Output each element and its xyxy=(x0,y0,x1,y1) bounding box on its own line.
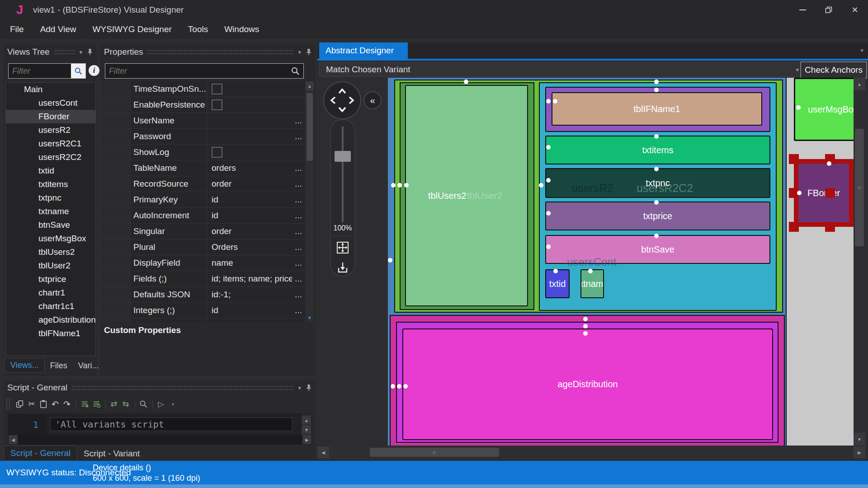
chevron-down-icon[interactable]: ▾ xyxy=(298,49,301,56)
redo-icon[interactable]: ↷ xyxy=(61,399,72,409)
selection-handle[interactable] xyxy=(789,222,799,232)
copy-icon[interactable] xyxy=(14,399,25,409)
view-txtid[interactable]: txtid xyxy=(545,269,570,298)
view-userMsgBox[interactable]: userMsgBox xyxy=(794,78,854,141)
drag-grip[interactable] xyxy=(54,50,75,54)
toolbar-overflow-icon[interactable]: ▾ xyxy=(172,402,174,407)
menu-wysiwyg-designer[interactable]: WYSIWYG Designer xyxy=(85,20,180,39)
tab-list-dropdown-icon[interactable]: ▾ xyxy=(860,47,863,54)
ellipsis-button[interactable]: ... xyxy=(292,303,305,318)
editor-vscrollbar[interactable]: ▲ ▼ xyxy=(302,414,311,435)
property-row[interactable]: Password... xyxy=(100,129,305,145)
scroll-up-icon[interactable]: ▲ xyxy=(306,81,314,90)
property-row[interactable]: AutoIncrementid... xyxy=(100,208,305,224)
tree-item-usersR2[interactable]: usersR2 xyxy=(6,123,95,137)
info-icon[interactable]: i xyxy=(89,65,99,76)
scroll-left-icon[interactable]: ◀ xyxy=(9,435,18,444)
scrollbar-thumb[interactable]: ≡ xyxy=(855,129,864,246)
swap-left-icon[interactable]: ⇄ xyxy=(108,399,119,409)
menu-tools[interactable]: Tools xyxy=(180,20,216,39)
code-line[interactable]: 'All variants script xyxy=(50,418,292,431)
property-row[interactable]: PluralOrders... xyxy=(100,239,305,255)
tree-item-txtpnc[interactable]: txtpnc xyxy=(6,191,95,205)
tree-item-FBorder[interactable]: FBorder xyxy=(6,110,95,123)
ellipsis-button[interactable]: ... xyxy=(292,319,305,322)
menu-file[interactable]: File xyxy=(2,20,32,39)
view-usersR2C2[interactable]: tblIFName1 txtitems txtpnc usersR2 users… xyxy=(539,82,777,311)
selection-handle[interactable] xyxy=(825,222,835,232)
view-ageDistribution[interactable]: ageDistribution xyxy=(402,328,773,440)
uncomment-icon[interactable] xyxy=(91,399,102,409)
export-view-button[interactable] xyxy=(335,259,351,276)
tree-item-chartr1[interactable]: chartr1 xyxy=(6,286,95,300)
minimize-button[interactable] xyxy=(789,0,816,20)
fit-view-button[interactable] xyxy=(335,239,351,256)
views-filter-input[interactable] xyxy=(9,66,71,76)
view-txtprice[interactable]: txtprice xyxy=(545,202,770,230)
property-row[interactable]: EnablePersistence xyxy=(100,97,305,113)
designer-canvas[interactable]: tblUser2 tblUsers2 tblIFName1 txtitems t… xyxy=(388,78,854,446)
drag-grip[interactable] xyxy=(148,50,294,54)
collapse-panel-icon[interactable]: « xyxy=(363,91,382,109)
check-anchors-button[interactable]: Check Anchors xyxy=(800,61,867,79)
view-tblIFName1[interactable]: tblIFName1 xyxy=(552,92,762,126)
tree-item-txtitems[interactable]: txtitems xyxy=(6,178,95,191)
zoom-slider-thumb[interactable] xyxy=(335,151,351,162)
search-icon[interactable] xyxy=(291,66,300,75)
tree-item-chartr1c1[interactable]: chartr1c1 xyxy=(6,300,95,313)
scrollbar-thumb[interactable]: ≡ xyxy=(370,448,499,457)
property-row[interactable]: PrimaryKeyid... xyxy=(100,192,305,208)
scroll-right-icon[interactable]: ▶ xyxy=(302,435,311,444)
scroll-up-icon[interactable]: ▲ xyxy=(302,416,311,424)
pin-icon[interactable] xyxy=(306,48,312,56)
tree-item-ageDistribution[interactable]: ageDistribution xyxy=(6,313,95,327)
scroll-down-icon[interactable]: ▼ xyxy=(302,426,311,434)
cut-icon[interactable]: ✂ xyxy=(26,399,37,409)
tab-views[interactable]: Views... xyxy=(5,358,45,373)
tree-item-usersR2C1[interactable]: usersR2C1 xyxy=(6,137,95,150)
tree-item-Main[interactable]: Main xyxy=(6,83,95,96)
tab-files[interactable]: Files xyxy=(45,359,73,373)
view-txtpnc[interactable]: txtpnc usersR2 usersR2C2 xyxy=(545,168,770,198)
scroll-down-icon[interactable]: ▼ xyxy=(854,433,865,446)
canvas-hscrollbar[interactable]: ◀ ≡ ▶ xyxy=(317,446,865,458)
tree-item-usersCont[interactable]: usersCont xyxy=(6,96,95,110)
chevron-down-icon[interactable]: ▾ xyxy=(79,49,82,56)
ellipsis-button[interactable]: ... xyxy=(292,255,305,271)
properties-filter-input[interactable] xyxy=(105,66,291,76)
toolbar-grip[interactable] xyxy=(6,399,10,409)
tab-script-variant[interactable]: Script - Variant xyxy=(77,446,146,461)
checkbox[interactable] xyxy=(212,84,222,94)
ellipsis-button[interactable]: ... xyxy=(292,176,305,192)
ellipsis-button[interactable]: ... xyxy=(292,224,305,239)
view-tblIFName1-container[interactable]: tblIFName1 xyxy=(545,87,770,132)
scrollbar-thumb[interactable] xyxy=(307,93,313,161)
view-tblUsers2[interactable]: tblUser2 tblUsers2 xyxy=(405,85,528,306)
tab-variables[interactable]: Vari... xyxy=(73,359,104,373)
editor-hscrollbar[interactable]: ◀ ▶ xyxy=(9,435,311,444)
property-row[interactable]: TableNameorders... xyxy=(100,160,305,176)
close-button[interactable]: ✕ xyxy=(842,0,868,20)
tree-item-usersR2C2[interactable]: usersR2C2 xyxy=(6,150,95,164)
tree-item-tblUser2[interactable]: tblUser2 xyxy=(6,259,95,272)
property-row[interactable]: Defaults JSONid:-1;... xyxy=(100,287,305,303)
view-txtitems[interactable]: txtitems xyxy=(545,136,770,164)
checkbox[interactable] xyxy=(212,147,222,158)
property-row[interactable]: TimeStampOnSn... xyxy=(100,81,305,97)
tree-item-btnSave[interactable]: btnSave xyxy=(6,218,95,232)
restore-button[interactable] xyxy=(816,0,842,20)
menu-add-view[interactable]: Add View xyxy=(32,20,85,39)
tab-script-general[interactable]: Script - General xyxy=(4,446,77,461)
ellipsis-button[interactable]: ... xyxy=(292,239,305,255)
scroll-right-icon[interactable]: ▶ xyxy=(854,446,865,458)
comment-icon[interactable] xyxy=(79,399,90,409)
ellipsis-button[interactable]: ... xyxy=(292,129,305,144)
property-row[interactable]: Fields (;)id; items; name; price;... xyxy=(100,271,305,287)
property-row[interactable]: RecordSourceorder... xyxy=(100,176,305,192)
checkbox[interactable] xyxy=(212,99,222,110)
tree-item-txtid[interactable]: txtid xyxy=(6,164,95,178)
pin-icon[interactable] xyxy=(87,48,93,56)
property-row[interactable]: Doubles (;)... xyxy=(100,319,305,322)
paste-icon[interactable] xyxy=(38,399,49,409)
view-txtname[interactable]: txtname xyxy=(580,269,604,298)
